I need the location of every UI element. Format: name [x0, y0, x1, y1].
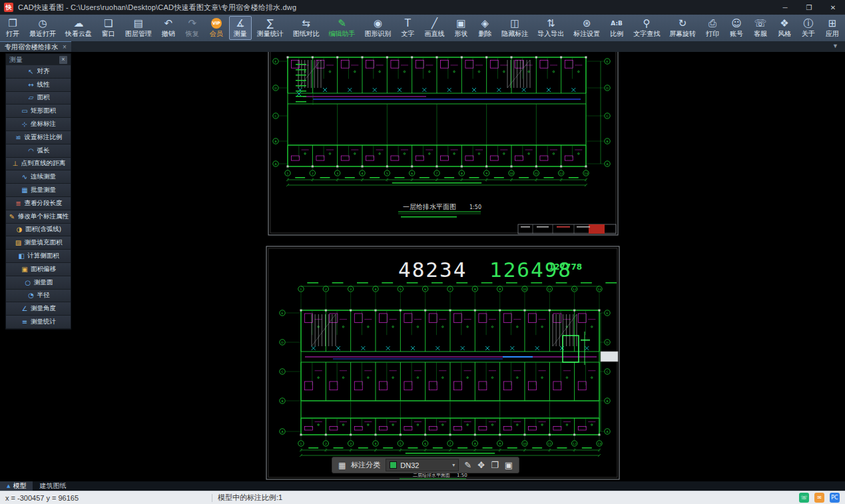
svg-text:E: E	[282, 312, 284, 315]
measure-tool-item[interactable]: ⊹坐标标注	[6, 118, 71, 131]
toolbar-button-print[interactable]: ⎙打印	[701, 16, 724, 40]
toolbar-button-measure-stats[interactable]: ∑测量统计	[253, 16, 288, 40]
measure-tool-item[interactable]: ▣面积偏移	[6, 263, 71, 276]
measure-panel-header[interactable]: 测量 ×	[6, 54, 71, 65]
toolbar-button-draw-line[interactable]: ╱画直线	[420, 16, 448, 40]
measure-tool-item[interactable]: ↖对齐	[6, 65, 71, 79]
category-grid-icon[interactable]: ▦	[338, 461, 346, 470]
drawing-canvas-area: 12345678910111213EEDDCCBBAA1234567891011…	[0, 52, 845, 481]
toolbar-button-measure[interactable]: ∡测量	[229, 16, 252, 40]
measure-tool-item[interactable]: ◔半径	[6, 290, 71, 303]
measure-tool-item[interactable]: ⊥点到直线的距离	[6, 158, 71, 171]
measure-tool-item[interactable]: ◠弧长	[6, 144, 71, 158]
toolbar-button-undo[interactable]: ↶撤销	[157, 16, 180, 40]
recent-open-label: 最近打开	[29, 29, 56, 39]
toolbar-button-import-export[interactable]: ⇅导入导出	[533, 16, 568, 40]
measure-panel-close-icon[interactable]: ×	[59, 56, 67, 64]
document-tab-close-icon[interactable]: ×	[63, 43, 67, 51]
toolbar-button-vip-member[interactable]: VIP会员	[205, 16, 228, 40]
toolbar-button-layer-manager[interactable]: ▤图层管理	[121, 16, 156, 40]
toolbar-button-window[interactable]: ❏窗口	[97, 16, 120, 40]
svg-text:1: 1	[287, 172, 289, 175]
cad-canvas[interactable]: 12345678910111213EEDDCCBBAA1234567891011…	[0, 52, 845, 481]
document-tab[interactable]: 专用宿舍楼给排水 ×	[0, 41, 71, 52]
collapse-panel-icon[interactable]: ▼	[832, 43, 838, 49]
svg-text:6: 6	[424, 442, 426, 445]
feedback-icon[interactable]: ✉	[814, 493, 824, 503]
toolbar-button-scale-ratio[interactable]: A:B比例	[605, 16, 628, 40]
minimize-button[interactable]: ─	[773, 0, 797, 15]
measure-tool-label: 坐标标注	[31, 120, 56, 128]
measure-tool-label: 面积偏移	[31, 265, 56, 274]
toolbar-button-shapes[interactable]: ▣形状	[449, 16, 472, 40]
svg-text:C: C	[274, 115, 276, 118]
close-button[interactable]: ✕	[821, 0, 845, 15]
measure-tool-item[interactable]: ○测量圆	[6, 276, 71, 290]
paste-icon[interactable]: ▣	[505, 460, 513, 470]
toolbar-button-apps[interactable]: ⊞应用	[821, 16, 844, 40]
move-icon[interactable]: ✥	[477, 460, 485, 470]
toolbar-button-account[interactable]: ☺账号	[725, 16, 748, 40]
toolbar-button-text[interactable]: T文字	[396, 16, 419, 40]
measure-tool-icon: ↔	[27, 81, 35, 89]
measure-tool-icon: ≣	[15, 200, 23, 207]
svg-text:5: 5	[386, 172, 388, 175]
statusbar-divider	[212, 494, 212, 502]
svg-text:6: 6	[424, 288, 426, 291]
toolbar-button-customer-service[interactable]: ☏客服	[749, 16, 772, 40]
layer-manager-label: 图层管理	[125, 29, 152, 39]
annotation-settings-icon: ⊛	[583, 18, 591, 29]
toolbar-button-recent-open[interactable]: ◷最近打开	[25, 16, 60, 40]
toolbar-button-screen-rotate[interactable]: ↻屏幕旋转	[665, 16, 700, 40]
toolbar-button-edit-assistant[interactable]: ✎编辑助手	[325, 16, 360, 40]
measure-tool-item[interactable]: ▱面积	[6, 92, 71, 105]
customer-service-label: 客服	[754, 29, 767, 39]
measure-tool-item[interactable]: ◧计算侧面积	[6, 250, 71, 263]
layout-tabbar: ▲模型建筑图纸	[0, 481, 845, 491]
measure-tool-item[interactable]: ≌设置标注比例	[6, 131, 71, 144]
svg-text:E: E	[275, 60, 277, 63]
customer-service-icon[interactable]: ☏	[799, 493, 809, 503]
edit-icon[interactable]: ✎	[464, 460, 471, 470]
toolbar-button-about[interactable]: ⓘ关于	[797, 16, 820, 40]
measure-stats-label: 测量统计	[257, 29, 284, 39]
svg-text:4: 4	[375, 288, 377, 291]
layout-tab-label: 建筑图纸	[39, 481, 66, 491]
toolbar-button-hide-annotations[interactable]: ◫隐藏标注	[497, 16, 532, 40]
svg-text:7: 7	[449, 288, 451, 291]
toolbar-button-style[interactable]: ❖风格	[773, 16, 796, 40]
measure-tool-icon: ∿	[21, 173, 29, 180]
toolbar-button-delete[interactable]: ◈删除	[473, 16, 496, 40]
layout-tab-sheet[interactable]: 建筑图纸	[33, 481, 73, 491]
measure-tool-item[interactable]: ◑面积(含弧线)	[6, 224, 71, 237]
measure-tool-item[interactable]: ∠测量角度	[6, 302, 71, 316]
maximize-button[interactable]: ❐	[797, 0, 821, 15]
svg-text:12: 12	[573, 288, 577, 291]
measure-tool-icon: ▨	[15, 239, 23, 246]
window-label: 窗口	[102, 29, 115, 39]
text-search-icon: ⚲	[643, 18, 651, 29]
toolbar-button-text-search[interactable]: ⚲文字查找	[629, 16, 664, 40]
measure-tool-item[interactable]: ∿连续测量	[6, 170, 71, 184]
measure-tool-item[interactable]: ▦批量测量	[6, 184, 71, 197]
pipe-size-dropdown[interactable]: DN32 ▾	[386, 459, 459, 471]
toolbar-button-annotation-settings[interactable]: ⊛标注设置	[569, 16, 604, 40]
redo-label: 恢复	[186, 29, 199, 39]
measure-tool-item[interactable]: ✎修改单个标注属性	[6, 210, 71, 224]
measure-tool-item[interactable]: ▭矩形面积	[6, 105, 71, 118]
measure-tool-item[interactable]: ≣查看分段长度	[6, 197, 71, 210]
measure-tool-item[interactable]: ▨测量填充面积	[6, 236, 71, 250]
copy-icon[interactable]: ❐	[491, 460, 499, 470]
toolbar-button-cloud-drive[interactable]: ☁快看云盘	[61, 16, 96, 40]
pc-client-icon[interactable]: PC	[830, 493, 840, 503]
svg-text:8: 8	[474, 288, 476, 291]
toolbar-button-shape-recognition[interactable]: ◉图形识别	[361, 16, 396, 40]
measure-tool-label: 测量角度	[31, 304, 56, 313]
toolbar-button-open[interactable]: ❐打开	[1, 16, 24, 40]
layout-tab-model[interactable]: ▲模型	[0, 481, 33, 491]
measure-tool-item[interactable]: ↔线性	[6, 79, 71, 92]
open-label: 打开	[6, 29, 19, 39]
toolbar-button-redo[interactable]: ↷恢复	[181, 16, 204, 40]
measure-tool-item[interactable]: ≡测量统计	[6, 316, 71, 329]
toolbar-button-drawing-compare[interactable]: ⇆图纸对比	[289, 16, 324, 40]
